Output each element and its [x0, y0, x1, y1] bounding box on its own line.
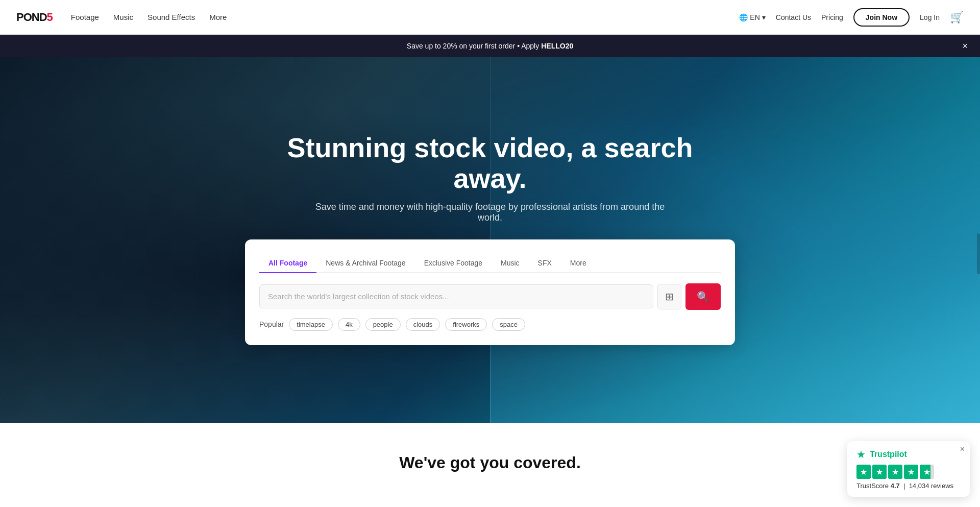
nav-music[interactable]: Music — [113, 13, 133, 21]
cart-icon[interactable]: 🛒 — [950, 11, 964, 24]
brand-logo[interactable]: POND5 — [16, 11, 53, 24]
trustpilot-stars: ★ ★ ★ ★ ★ — [856, 465, 961, 479]
language-label: EN — [750, 13, 760, 21]
popular-tags-row: Popular timelapse 4k people clouds firew… — [259, 318, 721, 331]
search-icon: 🔍 — [697, 291, 709, 303]
tab-more[interactable]: More — [561, 254, 596, 273]
logo-text-pond: POND — [16, 11, 47, 24]
visual-search-icon: ⊞ — [665, 291, 674, 303]
promo-code: HELLO20 — [541, 42, 573, 50]
promo-close-button[interactable]: × — [962, 41, 968, 51]
pricing-link[interactable]: Pricing — [821, 13, 843, 21]
main-nav: POND5 Footage Music Sound Effects More 🌐… — [0, 0, 980, 35]
tab-exclusive-footage[interactable]: Exclusive Footage — [415, 254, 492, 273]
hero-section: Stunning stock video, a search away. Sav… — [0, 55, 980, 423]
popular-label: Popular — [259, 320, 284, 328]
visual-search-button[interactable]: ⊞ — [657, 284, 681, 309]
search-box: All Footage News & Archival Footage Excl… — [245, 239, 735, 345]
tab-sfx[interactable]: SFX — [529, 254, 561, 273]
language-selector[interactable]: 🌐 EN ▾ — [739, 13, 765, 21]
reviews-count: 14,034 — [909, 482, 929, 482]
promo-banner: Save up to 20% on your first order • App… — [0, 35, 980, 57]
tab-news-archival[interactable]: News & Archival Footage — [316, 254, 414, 273]
hero-subtitle: Save time and money with high-quality fo… — [311, 202, 669, 223]
tag-space[interactable]: space — [492, 318, 525, 331]
star-2: ★ — [872, 465, 887, 479]
trustpilot-header: ★ Trustpilot — [856, 448, 961, 461]
promo-text: Save up to 20% on your first order • App… — [407, 42, 539, 50]
globe-icon: 🌐 — [739, 13, 748, 21]
hero-content: Stunning stock video, a search away. Sav… — [0, 133, 980, 345]
nav-footage[interactable]: Footage — [71, 13, 99, 21]
login-link[interactable]: Log In — [920, 13, 940, 21]
trustpilot-logo: Trustpilot — [870, 450, 907, 459]
trustpilot-score: TrustScore 4.7 | 14,034 reviews — [856, 482, 961, 482]
nav-sound-effects[interactable]: Sound Effects — [148, 13, 195, 21]
star-1: ★ — [856, 465, 871, 479]
chevron-down-icon: ▾ — [762, 13, 766, 21]
tag-fireworks[interactable]: fireworks — [445, 318, 487, 331]
search-tabs: All Footage News & Archival Footage Excl… — [259, 254, 721, 273]
search-input[interactable] — [259, 284, 653, 308]
star-5: ★ — [920, 465, 934, 479]
hero-title: Stunning stock video, a search away. — [286, 133, 694, 194]
contact-us-link[interactable]: Contact Us — [776, 13, 811, 21]
trustpilot-star-icon: ★ — [856, 448, 866, 461]
trustscore-label: TrustScore — [856, 482, 889, 482]
star-4: ★ — [904, 465, 918, 479]
tag-4k[interactable]: 4k — [338, 318, 360, 331]
nav-links: Footage Music Sound Effects More — [71, 13, 740, 21]
tag-people[interactable]: people — [365, 318, 401, 331]
scrollbar-indicator — [977, 233, 980, 274]
tab-music[interactable]: Music — [492, 254, 529, 273]
search-submit-button[interactable]: 🔍 — [685, 283, 721, 310]
nav-more[interactable]: More — [209, 13, 227, 21]
nav-right: 🌐 EN ▾ Contact Us Pricing Join Now Log I… — [739, 8, 964, 27]
logo-text-five: 5 — [47, 11, 53, 24]
reviews-label: reviews — [931, 482, 953, 482]
tag-clouds[interactable]: clouds — [406, 318, 440, 331]
join-now-button[interactable]: Join Now — [853, 8, 910, 27]
bottom-title: We've got you covered. — [10, 453, 970, 472]
trustscore-value: 4.7 — [891, 482, 900, 482]
trustpilot-widget: × ★ Trustpilot ★ ★ ★ ★ ★ TrustScore 4.7 … — [847, 441, 970, 482]
star-3: ★ — [888, 465, 902, 479]
tab-all-footage[interactable]: All Footage — [259, 254, 316, 273]
tag-timelapse[interactable]: timelapse — [289, 318, 333, 331]
bottom-section: We've got you covered. — [0, 423, 980, 482]
trustpilot-close-button[interactable]: × — [960, 445, 965, 453]
search-input-row: ⊞ 🔍 — [259, 283, 721, 310]
